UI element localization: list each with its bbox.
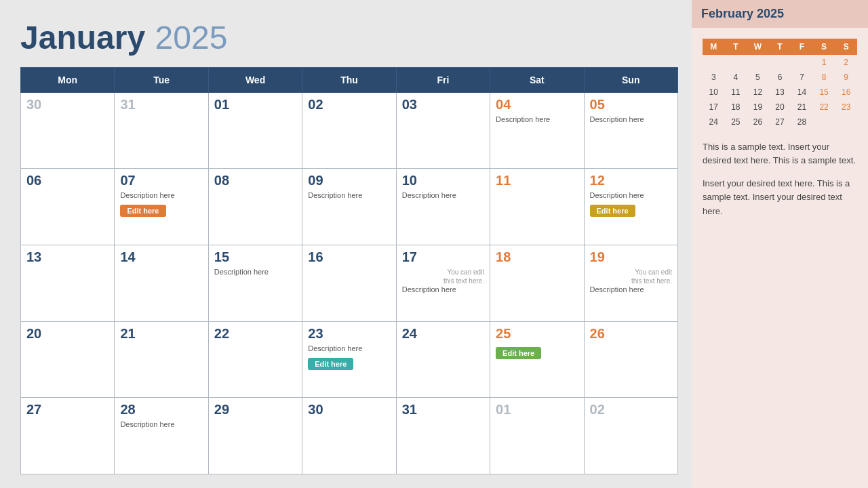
calendar-cell: 17You can edit this text here.Descriptio… — [396, 245, 490, 322]
day-number: 13 — [26, 249, 108, 265]
calendar-cell: 12Description hereEdit here — [584, 169, 677, 245]
calendar-cell: 31 — [115, 92, 208, 169]
day-note: You can edit this text here. — [625, 268, 672, 285]
day-number: 01 — [496, 402, 578, 418]
mini-calendar-cell: 8 — [813, 70, 835, 85]
day-number: 21 — [120, 326, 202, 342]
day-number: 31 — [120, 97, 202, 113]
calendar-cell: 01 — [490, 398, 584, 474]
calendar-cell: 30 — [21, 92, 115, 169]
mini-calendar-cell: 19 — [747, 100, 769, 115]
day-number: 30 — [26, 97, 108, 113]
edit-button[interactable]: Edit here — [496, 347, 541, 359]
mini-calendar-cell: 1 — [813, 55, 835, 70]
mini-calendar-cell: 28 — [791, 115, 813, 129]
day-number: 24 — [402, 326, 484, 342]
calendar-cell: 28Description here — [115, 398, 208, 474]
day-number: 29 — [214, 402, 296, 418]
day-number: 22 — [214, 326, 296, 342]
mini-calendar-cell: 23 — [835, 100, 857, 115]
calendar-cell: 03 — [396, 92, 490, 169]
mini-calendar-cell: 4 — [725, 70, 747, 85]
mini-calendar-cell: 17 — [703, 100, 725, 115]
day-number: 10 — [402, 173, 484, 188]
weekday-header: Tue — [115, 67, 208, 92]
sidebar-title: February 2025 — [692, 0, 868, 28]
day-number: 02 — [590, 402, 672, 418]
edit-button[interactable]: Edit here — [590, 205, 635, 217]
sidebar: February 2025 MTWTFSS 123456789101112131… — [692, 0, 868, 488]
day-number: 20 — [26, 326, 108, 342]
month-label: January — [20, 20, 145, 56]
mini-calendar-cell: 14 — [791, 85, 813, 100]
calendar-cell: 29 — [208, 398, 302, 474]
mini-calendar-cell: 15 — [813, 85, 835, 100]
mini-calendar-cell: 5 — [747, 70, 769, 85]
calendar-cell: 30 — [302, 398, 396, 474]
mini-calendar-cell: 20 — [769, 100, 791, 115]
mini-calendar-cell: 7 — [791, 70, 813, 85]
day-number: 25 — [496, 326, 578, 342]
calendar-cell: 24 — [396, 321, 490, 398]
calendar-cell: 06 — [21, 169, 115, 245]
calendar-cell: 10Description here — [396, 169, 490, 245]
day-description: Description here — [120, 420, 202, 428]
mini-weekday-header: M — [703, 39, 725, 55]
calendar-cell: 02 — [584, 398, 677, 474]
sidebar-text-1: This is a sample text. Insert your desir… — [703, 140, 857, 167]
day-number: 31 — [402, 402, 484, 418]
year-label: 2025 — [155, 20, 228, 56]
sidebar-text-2: Insert your desired text here. This is a… — [703, 177, 857, 218]
day-number: 11 — [496, 173, 578, 188]
day-number: 04 — [496, 97, 578, 113]
calendar-cell: 21 — [115, 321, 208, 398]
day-number: 08 — [214, 173, 296, 188]
mini-calendar-cell: 27 — [769, 115, 791, 129]
weekday-header: Wed — [208, 67, 302, 92]
calendar-cell: 13 — [21, 245, 115, 322]
mini-calendar-cell: 18 — [725, 100, 747, 115]
edit-button[interactable]: Edit here — [120, 205, 165, 217]
mini-weekday-header: T — [725, 39, 747, 55]
calendar-cell: 26 — [584, 321, 677, 398]
weekday-header: Thu — [302, 67, 396, 92]
calendar-cell: 31 — [396, 398, 490, 474]
mini-calendar-cell — [747, 55, 769, 70]
mini-calendar-cell: 26 — [747, 115, 769, 129]
day-description: Description here — [214, 268, 296, 276]
day-number: 18 — [496, 249, 578, 265]
mini-calendar-cell: 3 — [703, 70, 725, 85]
mini-weekday-header: T — [769, 39, 791, 55]
day-description: Description here — [590, 191, 672, 199]
weekday-header: Mon — [21, 67, 115, 92]
day-number: 07 — [120, 173, 202, 188]
calendar-cell: 25Edit here — [490, 321, 584, 398]
day-number: 16 — [308, 249, 390, 265]
mini-calendar-cell: 10 — [703, 85, 725, 100]
edit-button[interactable]: Edit here — [308, 358, 353, 370]
calendar-cell: 22 — [208, 321, 302, 398]
day-number: 27 — [26, 402, 108, 418]
calendar-cell: 14 — [115, 245, 208, 322]
mini-calendar-cell — [813, 115, 835, 129]
calendar-cell: 11 — [490, 169, 584, 245]
mini-calendar-cell: 2 — [835, 55, 857, 70]
day-number: 09 — [308, 173, 390, 188]
mini-weekday-header: S — [835, 39, 857, 55]
calendar-cell: 07Description hereEdit here — [115, 169, 208, 245]
mini-calendar-cell: 11 — [725, 85, 747, 100]
day-number: 30 — [308, 402, 390, 418]
mini-calendar-cell: 21 — [791, 100, 813, 115]
mini-calendar-cell — [769, 55, 791, 70]
weekday-header: Sat — [490, 67, 584, 92]
day-number: 23 — [308, 326, 390, 342]
calendar-cell: 09Description here — [302, 169, 396, 245]
day-description: Description here — [402, 191, 484, 199]
mini-calendar-cell: 22 — [813, 100, 835, 115]
day-note: You can edit this text here. — [437, 268, 484, 285]
calendar-cell: 18 — [490, 245, 584, 322]
calendar-cell: 20 — [21, 321, 115, 398]
main-area: January 2025 MonTueWedThuFriSatSun 30310… — [0, 0, 692, 488]
day-description: Description here — [496, 115, 578, 123]
day-description: Description here — [308, 191, 390, 199]
